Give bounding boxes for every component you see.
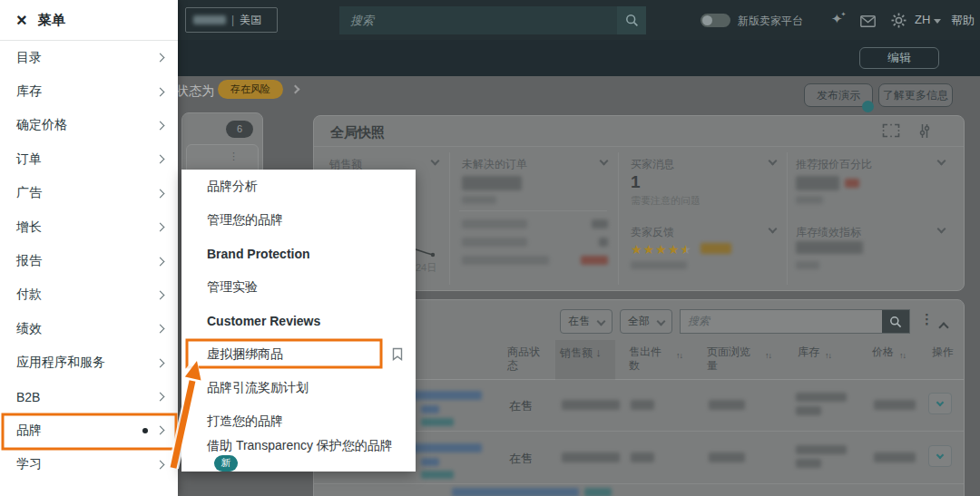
expand-icon[interactable] <box>882 123 900 141</box>
menu-title: 菜单 <box>38 12 65 29</box>
column-header-pageviews[interactable]: 页面浏览量 <box>707 345 760 373</box>
redacted-inventory <box>796 459 821 468</box>
redacted-sku-link <box>421 418 454 426</box>
redacted-price <box>874 452 916 462</box>
redacted-rating-value <box>701 243 731 254</box>
collapse-panel-icon[interactable] <box>940 318 947 335</box>
language-selector[interactable]: ZH <box>915 13 941 26</box>
help-link[interactable]: 帮助 <box>951 13 975 29</box>
chevron-right-icon <box>156 155 165 164</box>
orders-metric-label: 未解决的订单 <box>462 157 527 172</box>
search-icon <box>889 316 902 328</box>
redacted-row-value <box>581 256 608 265</box>
submenu-item-transparency[interactable]: 借助 Transparency 保护您的品牌新 <box>181 438 416 472</box>
submenu-item-virtual-bundles[interactable]: 虚拟捆绑商品 <box>181 337 416 371</box>
menu-item-catalog[interactable]: 目录 <box>0 41 178 74</box>
sort-icon[interactable]: ↑↓ <box>899 351 906 360</box>
chevron-right-icon[interactable] <box>291 85 300 94</box>
redacted-row-value <box>592 219 608 229</box>
edit-button[interactable]: 编辑 <box>859 47 939 69</box>
menu-item-performance[interactable]: 绩效 <box>0 312 178 345</box>
menu-item-apps-services[interactable]: 应用程序和服务 <box>0 346 178 380</box>
chevron-right-icon <box>156 122 165 131</box>
divider <box>787 152 788 285</box>
close-icon[interactable]: × <box>16 11 27 29</box>
search-button[interactable] <box>617 6 646 34</box>
ai-assistant-icon[interactable]: ✦ <box>831 11 846 27</box>
chevron-right-icon <box>156 257 165 266</box>
chevron-down-icon[interactable] <box>431 157 440 166</box>
menu-item-pricing[interactable]: 确定价格 <box>0 109 178 142</box>
active-indicator-dot <box>142 428 148 433</box>
menu-item-growth[interactable]: 增长 <box>0 210 178 244</box>
sort-icon[interactable]: ↑↓ <box>825 351 831 360</box>
account-status-label: 状态为 <box>176 83 214 100</box>
divider: | <box>231 14 234 26</box>
sort-icon[interactable]: ↑↓ <box>676 351 682 360</box>
column-header-units[interactable]: 售出件数 <box>629 345 671 373</box>
chevron-down-icon[interactable] <box>769 225 778 234</box>
kebab-menu-icon[interactable]: ⋮ <box>920 311 934 327</box>
toggle-label: 新版卖家平台 <box>738 14 803 29</box>
divider <box>314 146 964 147</box>
row-status: 在售 <box>509 398 533 414</box>
chevron-right-icon <box>156 325 165 334</box>
sort-icon[interactable]: ↑↓ <box>765 351 771 360</box>
new-badge: 新 <box>214 455 238 472</box>
chevron-right-icon <box>156 426 165 435</box>
menu-item-brands[interactable]: 品牌 <box>0 413 178 447</box>
menu-item-inventory[interactable]: 库存 <box>0 74 178 108</box>
menu-item-reports[interactable]: 报告 <box>0 244 178 277</box>
column-header-status[interactable]: 商品状态 <box>507 345 545 373</box>
redacted-inventory <box>796 393 847 402</box>
chevron-right-icon <box>156 460 165 469</box>
status-filter-dropdown[interactable]: 在售 <box>560 309 612 334</box>
messages-metric-label: 买家消息 <box>631 157 674 172</box>
submenu-item-brand-protection[interactable]: Brand Protection <box>181 237 416 270</box>
menu-item-orders[interactable]: 订单 <box>0 142 178 176</box>
submenu-item-brand-referral-bonus[interactable]: 品牌引流奖励计划 <box>181 371 416 404</box>
column-header-sales[interactable]: 销售额 ↓ <box>560 345 602 360</box>
settings-gear-icon[interactable] <box>891 13 906 32</box>
half-star-icon: ★★ <box>680 242 691 257</box>
account-marketplace-switcher[interactable]: | 美国 <box>185 7 278 33</box>
bookmark-icon[interactable] <box>392 347 403 361</box>
table-search-button[interactable] <box>882 310 909 333</box>
submenu-item-manage-your-brands[interactable]: 管理您的品牌 <box>181 203 416 237</box>
menu-item-learn[interactable]: 学习 <box>0 448 178 481</box>
search-input[interactable]: 搜索 <box>339 6 617 34</box>
menu-item-b2b[interactable]: B2B <box>0 380 178 413</box>
menu-item-payments[interactable]: 付款 <box>0 278 178 312</box>
menu-header: × 菜单 <box>0 0 178 41</box>
learn-more-button[interactable]: 了解更多信息 <box>878 83 953 107</box>
chevron-down-icon[interactable] <box>937 225 946 234</box>
sliders-settings-icon[interactable] <box>918 123 931 142</box>
chevron-down-icon[interactable] <box>937 157 946 166</box>
chevron-down-icon[interactable] <box>600 157 609 166</box>
category-filter-dropdown[interactable]: 全部 <box>620 309 672 334</box>
status-badge: 存在风险 <box>218 80 283 99</box>
redacted-sku-link <box>421 471 454 479</box>
messages-icon[interactable] <box>860 15 876 31</box>
row-actions-dropdown[interactable] <box>928 393 952 414</box>
divider <box>449 152 450 285</box>
column-header-inventory[interactable]: 库存 <box>798 345 819 359</box>
new-seller-platform-toggle[interactable] <box>701 14 730 27</box>
redacted-price <box>874 400 916 410</box>
table-search[interactable]: 搜索 <box>680 309 910 334</box>
redacted-value <box>796 241 863 254</box>
kebab-menu-icon[interactable]: ⋮ <box>229 151 239 162</box>
submenu-item-brand-analytics[interactable]: 品牌分析 <box>181 170 416 203</box>
chevron-down-icon[interactable] <box>769 157 778 166</box>
redacted-product-title <box>409 443 482 452</box>
submenu-item-build-your-brand[interactable]: 打造您的品牌 <box>181 404 416 438</box>
menu-item-advertising[interactable]: 广告 <box>0 177 178 210</box>
submenu-item-manage-experiments[interactable]: 管理实验 <box>181 270 416 304</box>
submenu-item-customer-reviews[interactable]: Customer Reviews <box>181 304 416 337</box>
chevron-down-icon <box>597 317 606 326</box>
table-search-input[interactable]: 搜索 <box>681 310 882 333</box>
row-actions-dropdown[interactable] <box>928 445 952 467</box>
count-badge: 6 <box>226 121 253 138</box>
column-header-price[interactable]: 价格 <box>872 345 894 359</box>
global-search[interactable]: 搜索 <box>339 6 646 34</box>
